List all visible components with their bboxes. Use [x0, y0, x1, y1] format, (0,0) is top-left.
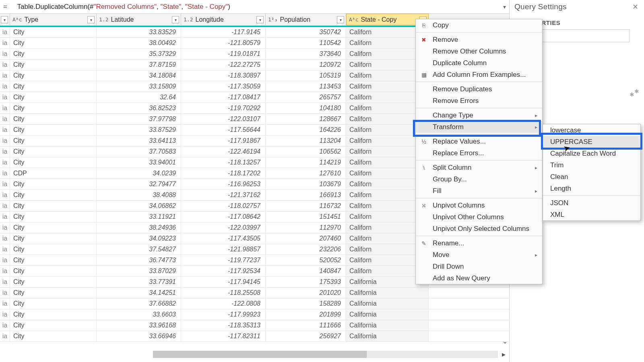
cell-longitude: -118.02757 [181, 201, 266, 211]
cell-population: 116732 [266, 201, 346, 211]
cell-type: City [10, 125, 97, 135]
cell-leading: ia [0, 277, 10, 287]
formula-dropdown-icon[interactable]: ▾ [503, 4, 506, 10]
table-row[interactable]: iaCity33.66946-117.82311256927California [0, 331, 509, 342]
submenu-xml[interactable]: XML [543, 209, 640, 220]
cell-latitude: 36.74773 [97, 255, 181, 265]
col-header-label: Longitude [195, 16, 223, 23]
menu-transform[interactable]: Transform▸ [416, 121, 542, 133]
horizontal-scrollbar[interactable]: ▸ [0, 347, 509, 362]
formula-bar[interactable]: = Table.DuplicateColumn(#"Removed Column… [0, 0, 509, 14]
filter-icon[interactable]: ▾ [1, 16, 8, 23]
menu-remove-duplicates[interactable]: Remove Duplicates [416, 83, 542, 95]
cell-longitude: -117.56644 [181, 125, 266, 135]
cell-leading: ia [0, 309, 10, 320]
cell-leading: ia [0, 255, 10, 265]
gear-icon[interactable]: ✱ [630, 91, 634, 98]
col-header-leading[interactable]: ▾ [0, 14, 10, 25]
cell-latitude: 32.64 [97, 92, 181, 103]
panel-title: Query Settings [514, 2, 639, 11]
cell-leading: ia [0, 125, 10, 135]
cell-longitude: -121.98857 [181, 244, 266, 255]
menu-fill[interactable]: Fill▸ [416, 185, 542, 197]
scroll-down-icon[interactable]: ⌄ [502, 337, 508, 345]
menu-duplicate[interactable]: Duplicate Column [416, 57, 542, 69]
cell-population: 120972 [266, 60, 346, 70]
submenu-clean[interactable]: Clean [543, 171, 640, 183]
cell-leading: ia [0, 212, 10, 222]
col-header-population[interactable]: 1²₃Population▾ [266, 14, 346, 25]
menu-rename[interactable]: ✎Rename... [416, 237, 542, 249]
menu-unpivot-other[interactable]: Unpivot Other Columns [416, 211, 542, 223]
col-header-label: Type [24, 16, 38, 23]
cell-population: 256927 [266, 331, 346, 341]
cell-latitude: 35.37329 [97, 49, 181, 59]
menu-move[interactable]: Move▸ [416, 249, 542, 261]
table-row[interactable]: iaCity33.6603-117.99923201899California [0, 309, 509, 320]
col-header-type[interactable]: AᴬcType▾ [10, 14, 97, 25]
text-type-icon: Aᴬc [12, 16, 22, 23]
cell-type: City [10, 27, 97, 37]
menu-add-from-examples[interactable]: ▦Add Column From Examples... [416, 69, 542, 80]
menu-replace-values[interactable]: ½Replace Values... [416, 136, 542, 147]
menu-remove[interactable]: ✖Remove [416, 34, 542, 45]
submenu-json[interactable]: JSON [543, 197, 640, 209]
cell-longitude: -122.03997 [181, 222, 266, 233]
col-header-longitude[interactable]: 1.2Longitude▾ [181, 14, 266, 25]
cell-longitude: -117.08642 [181, 212, 266, 222]
col-header-label: State - Copy [361, 16, 396, 23]
menu-change-type[interactable]: Change Type▸ [416, 109, 542, 121]
scroll-thumb[interactable] [153, 351, 367, 358]
cell-type: City [10, 157, 97, 168]
cell-type: City [10, 277, 97, 287]
cell-type: City [10, 233, 97, 244]
cell-state-copy: California [346, 331, 429, 341]
cell-latitude: 34.06862 [97, 201, 181, 211]
filter-icon[interactable]: ▾ [87, 16, 95, 23]
cell-population: 201020 [266, 288, 346, 298]
cell-leading: ia [0, 70, 10, 81]
filter-icon[interactable]: ▾ [256, 16, 264, 23]
table-row[interactable]: iaCity34.14251-118.25508201020California [0, 288, 509, 298]
cell-latitude: 34.0239 [97, 168, 181, 179]
cell-population: 105319 [266, 70, 346, 81]
cell-type: City [10, 288, 97, 298]
submenu-lowercase[interactable]: lowercase [543, 124, 640, 136]
cell-leading: ia [0, 179, 10, 189]
cell-leading: ia [0, 331, 10, 341]
cell-latitude: 36.82523 [97, 103, 181, 113]
cell-population: 113204 [266, 136, 346, 146]
filter-icon[interactable]: ▾ [172, 16, 179, 23]
submenu-trim[interactable]: Trim [543, 159, 640, 171]
formula-equals: = [3, 3, 7, 11]
menu-replace-errors[interactable]: Replace Errors... [416, 147, 542, 159]
gear-icon[interactable]: ✱ [634, 88, 639, 95]
cell-population: 207460 [266, 233, 346, 244]
menu-remove-other[interactable]: Remove Other Columns [416, 45, 542, 57]
cell-type: City [10, 255, 97, 265]
menu-split-column[interactable]: ⑊Split Column▸ [416, 162, 542, 173]
scroll-track[interactable] [153, 351, 498, 358]
submenu-uppercase[interactable]: UPPERCASE [543, 136, 640, 148]
cell-type: City [10, 244, 97, 255]
menu-group-by[interactable]: Group By... [416, 173, 542, 185]
table-row[interactable]: iaCity37.66882-122.0808158289California [0, 298, 509, 309]
menu-drill-down[interactable]: Drill Down [416, 261, 542, 272]
menu-remove-errors[interactable]: Remove Errors [416, 95, 542, 107]
cell-longitude: -118.30897 [181, 70, 266, 81]
menu-unpivot-selected[interactable]: Unpivot Only Selected Columns [416, 223, 542, 234]
col-header-latitude[interactable]: 1.2Latitude▾ [97, 14, 181, 25]
menu-copy[interactable]: ⎘Copy [416, 19, 542, 31]
submenu-capitalize[interactable]: Capitalize Each Word [543, 148, 640, 159]
submenu-length[interactable]: Length [543, 183, 640, 194]
cell-population: 112970 [266, 222, 346, 233]
menu-add-new-query[interactable]: Add as New Query [416, 272, 542, 284]
scroll-right-icon[interactable]: ▸ [498, 350, 509, 359]
menu-unpivot[interactable]: ⤭Unpivot Columns [416, 200, 542, 211]
cell-population: 128667 [266, 114, 346, 124]
close-icon[interactable]: ✕ [632, 2, 638, 11]
filter-icon[interactable]: ▾ [337, 16, 344, 23]
table-row[interactable]: iaCity33.96168-118.35313111666California [0, 320, 509, 331]
examples-icon: ▦ [420, 72, 428, 78]
cell-type: CDP [10, 168, 97, 179]
